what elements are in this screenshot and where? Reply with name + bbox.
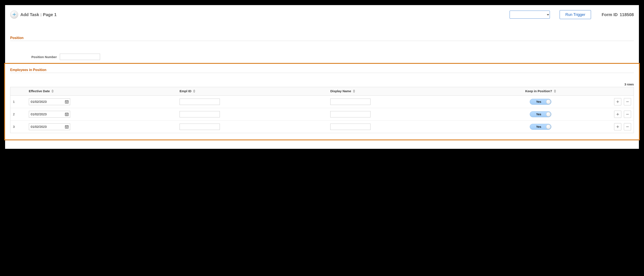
plus-icon bbox=[616, 100, 620, 104]
calendar-icon[interactable] bbox=[65, 125, 69, 129]
position-number-field: Position Number bbox=[31, 54, 634, 60]
add-task-label: Add Task : bbox=[20, 12, 42, 17]
row-number: 1 bbox=[10, 96, 26, 108]
page-label: Page 1 bbox=[43, 12, 56, 17]
sort-icon bbox=[353, 90, 355, 93]
effective-date-input[interactable] bbox=[29, 98, 70, 105]
plus-icon bbox=[12, 12, 16, 18]
trigger-select[interactable] bbox=[510, 10, 550, 19]
form-id-value: 118508 bbox=[620, 12, 634, 17]
effective-date-field bbox=[29, 111, 70, 118]
col-keep-label: Keep in Position? bbox=[525, 89, 552, 93]
col-effective-date[interactable]: Effective Date bbox=[26, 87, 177, 96]
effective-date-input[interactable] bbox=[29, 111, 70, 118]
position-number-input[interactable] bbox=[60, 54, 100, 60]
delete-row-button[interactable] bbox=[624, 98, 631, 105]
keep-in-position-toggle[interactable]: Yes bbox=[530, 111, 551, 117]
svg-point-29 bbox=[66, 128, 66, 128]
svg-point-5 bbox=[66, 102, 67, 102]
empl-id-input[interactable] bbox=[180, 98, 220, 105]
svg-rect-32 bbox=[626, 126, 629, 127]
display-name-input[interactable] bbox=[330, 98, 370, 105]
toggle-knob bbox=[546, 124, 551, 129]
plus-icon bbox=[616, 112, 620, 116]
col-display-name[interactable]: Display Name bbox=[328, 87, 496, 96]
add-row-button[interactable] bbox=[614, 123, 621, 130]
svg-point-8 bbox=[66, 102, 67, 103]
employees-section-highlight: Employees in Position 3 rows Effective D… bbox=[4, 63, 640, 140]
svg-rect-21 bbox=[626, 114, 629, 114]
header: Add Task : Page 1 Run Trigger Form ID 11… bbox=[10, 10, 634, 19]
calendar-icon[interactable] bbox=[65, 100, 69, 104]
page: Add Task : Page 1 Run Trigger Form ID 11… bbox=[5, 5, 639, 149]
delete-row-button[interactable] bbox=[624, 123, 631, 130]
minus-icon bbox=[626, 125, 629, 129]
table-row: 3 Yes bbox=[10, 120, 634, 133]
display-name-input[interactable] bbox=[330, 124, 370, 130]
keep-in-position-toggle[interactable]: Yes bbox=[530, 99, 551, 105]
table-row: 2 Yes bbox=[10, 108, 634, 120]
section-heading-employees: Employees in Position bbox=[10, 68, 634, 73]
add-task-button[interactable] bbox=[10, 10, 18, 19]
grid-body: 1 Yes bbox=[10, 96, 634, 133]
display-name-input[interactable] bbox=[330, 111, 370, 118]
svg-point-16 bbox=[66, 114, 67, 115]
empl-id-input[interactable] bbox=[180, 111, 220, 118]
toggle-label: Yes bbox=[536, 100, 541, 104]
svg-point-15 bbox=[66, 114, 66, 115]
svg-point-30 bbox=[66, 128, 67, 128]
section-heading-position: Position bbox=[10, 36, 634, 41]
svg-point-26 bbox=[66, 127, 66, 127]
rows-count: 3 rows bbox=[10, 83, 634, 86]
col-empl-id-label: Empl ID bbox=[180, 89, 192, 93]
col-display-name-label: Display Name bbox=[330, 89, 351, 93]
toggle-knob bbox=[546, 100, 551, 104]
effective-date-field bbox=[29, 98, 70, 105]
svg-point-27 bbox=[66, 127, 67, 127]
table-row: 1 Yes bbox=[10, 96, 634, 108]
plus-icon bbox=[616, 125, 620, 129]
row-number: 3 bbox=[10, 120, 26, 133]
position-number-label: Position Number bbox=[31, 55, 57, 59]
form-id-label: Form ID bbox=[602, 12, 618, 17]
effective-date-field bbox=[29, 123, 70, 130]
minus-icon bbox=[626, 112, 629, 116]
form-id: Form ID 118508 bbox=[602, 12, 634, 17]
add-row-button[interactable] bbox=[614, 98, 621, 105]
col-rownum bbox=[10, 87, 26, 96]
empl-id-input[interactable] bbox=[180, 124, 220, 130]
svg-point-7 bbox=[66, 102, 66, 103]
sort-icon bbox=[554, 90, 556, 93]
svg-point-18 bbox=[66, 115, 66, 115]
keep-in-position-toggle[interactable]: Yes bbox=[530, 124, 551, 130]
delete-row-button[interactable] bbox=[624, 111, 631, 118]
sort-icon bbox=[193, 90, 195, 93]
minus-icon bbox=[626, 100, 629, 104]
add-row-button[interactable] bbox=[614, 111, 621, 118]
toggle-label: Yes bbox=[536, 112, 541, 116]
run-trigger-button[interactable]: Run Trigger bbox=[560, 10, 591, 19]
sort-icon bbox=[52, 90, 54, 93]
svg-rect-10 bbox=[626, 102, 629, 102]
page-title: Add Task : Page 1 bbox=[20, 12, 56, 17]
col-keep-in-position[interactable]: Keep in Position? bbox=[496, 87, 585, 96]
col-empl-id[interactable]: Empl ID bbox=[177, 87, 328, 96]
toggle-label: Yes bbox=[536, 125, 541, 128]
row-number: 2 bbox=[10, 108, 26, 120]
col-actions bbox=[585, 87, 634, 96]
employees-grid: Effective Date Empl ID Display Name Keep… bbox=[10, 87, 634, 133]
col-effective-date-label: Effective Date bbox=[29, 89, 50, 93]
svg-point-19 bbox=[66, 115, 67, 115]
calendar-icon[interactable] bbox=[65, 112, 69, 116]
toggle-knob bbox=[546, 112, 551, 116]
effective-date-input[interactable] bbox=[29, 123, 70, 130]
svg-point-4 bbox=[66, 102, 66, 102]
